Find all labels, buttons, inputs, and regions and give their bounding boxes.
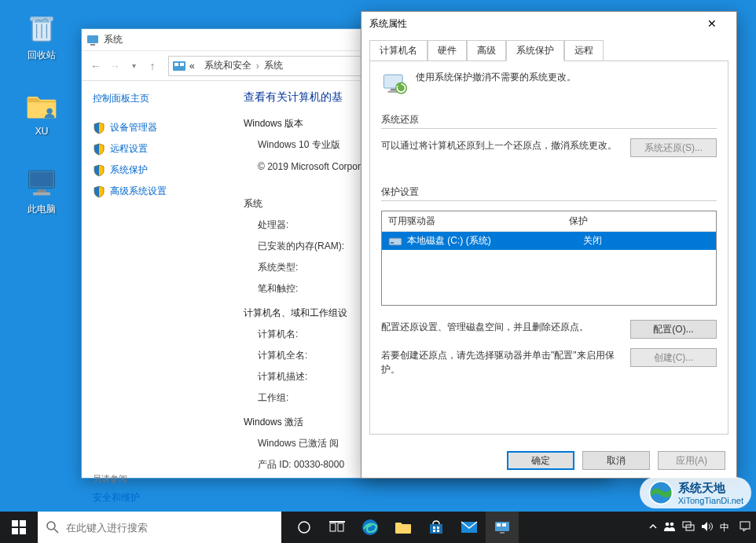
system-tray: 中 <box>644 520 756 535</box>
desktop-icon-recycle-bin[interactable]: 回收站 <box>14 11 69 62</box>
tray-action-center-icon[interactable] <box>739 520 751 535</box>
svg-rect-22 <box>12 528 18 534</box>
create-text: 若要创建还原点，请先选择驱动器并单击"配置"来启用保护。 <box>381 348 619 376</box>
svg-rect-29 <box>329 521 345 523</box>
configure-text: 配置还原设置、管理磁盘空间，并且删除还原点。 <box>381 320 619 334</box>
shield-icon <box>93 122 105 134</box>
system-restore-button[interactable]: 系统还原(S)... <box>630 138 717 157</box>
ok-button[interactable]: 确定 <box>507 451 574 470</box>
tab-computer-name[interactable]: 计算机名 <box>369 40 428 61</box>
desktop-icon-this-pc[interactable]: 此电脑 <box>14 165 69 216</box>
tab-remote[interactable]: 远程 <box>564 40 604 61</box>
taskbar: 中 <box>0 512 756 543</box>
tab-hardware[interactable]: 硬件 <box>428 40 467 61</box>
shield-icon <box>93 143 105 156</box>
svg-rect-11 <box>180 63 184 66</box>
nav-back-button[interactable]: ← <box>86 57 105 75</box>
search-icon <box>46 520 60 534</box>
drive-row-c[interactable]: 本地磁盘 (C:) (系统) 关闭 <box>382 232 716 250</box>
svg-rect-8 <box>90 44 95 46</box>
apply-button[interactable]: 应用(A) <box>658 451 725 470</box>
svg-rect-6 <box>33 193 50 196</box>
nav-forward-button[interactable]: → <box>105 57 124 75</box>
close-button[interactable]: ✕ <box>695 14 728 33</box>
drive-list[interactable]: 可用驱动器 保护 本地磁盘 (C:) (系统) 关闭 <box>381 211 717 306</box>
breadcrumb-part[interactable]: 系统和安全 <box>204 59 251 72</box>
cancel-button[interactable]: 取消 <box>582 451 650 470</box>
sidebar-item-label: 系统保护 <box>110 163 148 177</box>
start-button[interactable] <box>0 512 38 543</box>
watermark-title: 系统天地 <box>678 481 743 496</box>
svg-rect-17 <box>391 242 394 244</box>
nav-up-button[interactable]: ↑ <box>143 57 162 75</box>
drive-protection-status: 关闭 <box>583 234 602 248</box>
configure-button[interactable]: 配置(O)... <box>630 320 717 339</box>
system-properties-dialog: 系统属性 ✕ 计算机名 硬件 高级 系统保护 远程 使用系统保护撤消不需要的系统… <box>361 11 737 479</box>
svg-rect-34 <box>433 530 435 532</box>
cortana-button[interactable] <box>288 512 321 543</box>
svg-rect-39 <box>502 523 506 526</box>
search-input[interactable] <box>66 512 273 543</box>
globe-icon <box>648 479 674 506</box>
section-system-restore: 系统还原 <box>381 113 717 129</box>
watermark-url: XiTongTianDi.net <box>678 496 743 505</box>
tab-advanced[interactable]: 高级 <box>467 40 506 61</box>
sidebar-item-advanced[interactable]: 高级系统设置 <box>93 185 218 198</box>
sidebar-item-device-manager[interactable]: 设备管理器 <box>93 121 218 134</box>
taskbar-search[interactable] <box>38 512 281 543</box>
taskbar-app-explorer[interactable] <box>387 512 420 543</box>
svg-rect-1 <box>30 17 53 20</box>
sidebar-item-label: 设备管理器 <box>110 121 157 134</box>
breadcrumb-prefix: « <box>189 61 195 72</box>
svg-rect-45 <box>740 522 750 529</box>
task-view-button[interactable] <box>321 512 354 543</box>
svg-line-25 <box>54 529 58 533</box>
svg-point-24 <box>47 522 55 530</box>
control-panel-home-link[interactable]: 控制面板主页 <box>93 92 218 105</box>
section-protection-settings: 保护设置 <box>381 185 717 201</box>
system-icon <box>86 34 99 46</box>
breadcrumb-part[interactable]: 系统 <box>264 59 283 72</box>
breadcrumb-sep: › <box>256 61 259 72</box>
taskbar-app-edge[interactable] <box>354 512 387 543</box>
taskbar-app-store[interactable] <box>420 512 453 543</box>
tray-volume-icon[interactable] <box>701 521 714 534</box>
control-panel-icon <box>172 59 186 73</box>
svg-rect-13 <box>391 89 396 91</box>
desktop-icon-user-folder[interactable]: XU <box>14 88 69 137</box>
svg-rect-4 <box>30 172 53 186</box>
svg-rect-35 <box>437 530 439 532</box>
tray-ime-indicator[interactable]: 中 <box>720 521 729 534</box>
tray-people-icon[interactable] <box>663 520 676 535</box>
dialog-title: 系统属性 <box>369 17 407 31</box>
sidebar-item-remote[interactable]: 远程设置 <box>93 142 218 156</box>
svg-rect-27 <box>330 523 336 531</box>
dialog-titlebar[interactable]: 系统属性 ✕ <box>361 12 736 35</box>
taskbar-app-control-panel[interactable] <box>486 512 519 543</box>
svg-rect-33 <box>437 526 439 529</box>
tab-system-protection[interactable]: 系统保护 <box>506 40 564 61</box>
system-window-title: 系统 <box>104 33 123 46</box>
tray-chevron-icon[interactable] <box>649 522 657 533</box>
intro-text: 使用系统保护撤消不需要的系统更改。 <box>416 71 576 84</box>
folder-icon <box>24 88 59 123</box>
drive-icon <box>388 236 402 247</box>
taskbar-app-mail[interactable] <box>453 512 486 543</box>
windows-icon <box>12 520 26 534</box>
nav-recent-button[interactable]: ▾ <box>124 57 143 75</box>
svg-point-42 <box>670 522 674 526</box>
tray-network-icon[interactable] <box>682 521 695 534</box>
recycle-bin-icon <box>24 11 59 46</box>
sidebar-item-system-protection[interactable]: 系统保护 <box>93 163 218 177</box>
svg-rect-21 <box>20 520 26 526</box>
desktop-icon-label: 此电脑 <box>14 203 69 216</box>
system-sidebar: 控制面板主页 设备管理器 远程设置 系统保护 高级系统设置 另请参阅 安全和维护 <box>82 81 229 478</box>
svg-rect-7 <box>87 35 98 43</box>
create-button[interactable]: 创建(C)... <box>630 348 717 367</box>
shield-icon <box>93 185 105 198</box>
security-maintenance-link[interactable]: 安全和维护 <box>93 491 218 504</box>
this-pc-icon <box>24 165 59 200</box>
desktop-icon-label: XU <box>14 126 69 137</box>
sidebar-item-label: 高级系统设置 <box>110 185 167 198</box>
dialog-button-row: 确定 取消 应用(A) <box>361 443 736 478</box>
